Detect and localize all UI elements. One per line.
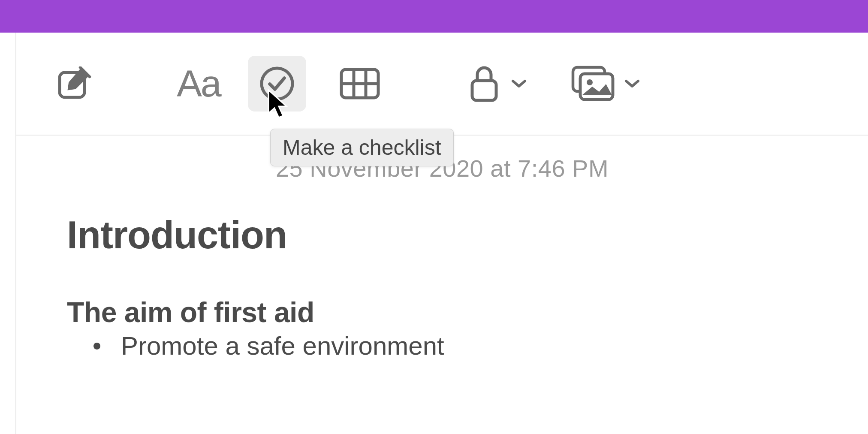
lock-icon [470, 65, 499, 102]
svg-point-10 [587, 79, 593, 85]
lock-button[interactable] [461, 56, 508, 112]
image-group [565, 56, 640, 112]
note-subtitle[interactable]: The aim of first aid [67, 296, 868, 329]
tooltip: Make a checklist [270, 129, 454, 166]
compose-button[interactable] [46, 56, 102, 112]
table-icon [340, 68, 380, 99]
image-icon [571, 65, 615, 102]
title-bar [0, 0, 868, 33]
note-title[interactable]: Introduction [67, 213, 868, 257]
checklist-icon [259, 65, 295, 102]
toolbar: Aa [16, 33, 868, 136]
table-button[interactable] [332, 56, 388, 112]
note-content: 25 November 2020 at 7:46 PM Introduction… [16, 136, 868, 361]
svg-rect-9 [580, 74, 613, 99]
bullet-text: Promote a safe environment [121, 331, 444, 361]
bullet-row[interactable]: Promote a safe environment [93, 331, 868, 361]
compose-icon [57, 66, 91, 101]
lock-dropdown-button[interactable] [511, 78, 527, 89]
checklist-button[interactable] [248, 56, 306, 112]
image-dropdown-button[interactable] [624, 78, 640, 89]
svg-point-2 [262, 68, 292, 99]
format-button[interactable]: Aa [171, 56, 226, 112]
bullet-dot-icon [93, 343, 100, 350]
format-text-icon: Aa [177, 62, 220, 105]
image-button[interactable] [565, 56, 621, 112]
lock-group [461, 56, 527, 112]
svg-rect-7 [472, 81, 496, 100]
chevron-down-icon [511, 78, 527, 89]
chevron-down-icon [624, 78, 640, 89]
